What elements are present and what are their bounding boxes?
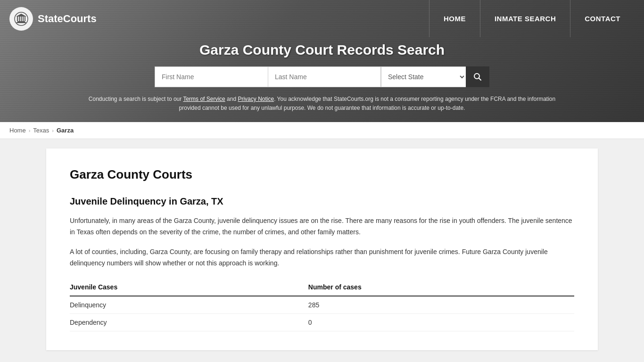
case-type-cell: Delinquency: [70, 296, 308, 314]
nav-contact[interactable]: CONTACT: [570, 0, 635, 37]
search-icon: [473, 73, 482, 81]
svg-marker-8: [16, 14, 26, 16]
disclaimer-before: Conducting a search is subject to our: [89, 96, 183, 102]
hero-section: Garza County Court Records Search Select…: [0, 37, 644, 122]
breadcrumb: Home › Texas › Garza: [0, 122, 644, 139]
section-title: Juvenile Delinquency in Garza, TX: [70, 196, 574, 207]
nav-home[interactable]: HOME: [429, 0, 480, 37]
page-title: Garza County Courts: [70, 167, 574, 182]
logo-link[interactable]: StateCourts: [9, 7, 97, 31]
nav-links: HOME INMATE SEARCH CONTACT: [429, 0, 635, 37]
paragraph-2: A lot of counties, including, Garza Coun…: [70, 247, 574, 269]
first-name-input[interactable]: [155, 66, 268, 87]
paragraph-1: Unfortunately, in many areas of the Garz…: [70, 215, 574, 238]
breadcrumb-county: Garza: [57, 127, 74, 134]
last-name-input[interactable]: [268, 66, 381, 87]
svg-rect-6: [23, 16, 24, 21]
logo-text: StateCourts: [38, 13, 97, 25]
terms-link[interactable]: Terms of Service: [183, 96, 225, 102]
table-row: Delinquency285: [70, 296, 574, 314]
col-header-count: Number of cases: [308, 279, 574, 296]
search-bar: Select State Alabama Alaska Arizona Arka…: [9, 66, 635, 87]
case-count-cell: 285: [308, 296, 574, 314]
privacy-link[interactable]: Privacy Notice: [238, 96, 274, 102]
navbar: StateCourts HOME INMATE SEARCH CONTACT: [0, 0, 644, 37]
svg-rect-5: [21, 16, 22, 21]
table-header-row: Juvenile Cases Number of cases: [70, 279, 574, 296]
hero-title: Garza County Court Records Search: [9, 42, 635, 58]
logo-icon: [9, 7, 33, 31]
col-header-cases: Juvenile Cases: [70, 279, 308, 296]
case-type-cell: Dependency: [70, 313, 308, 331]
svg-rect-4: [19, 16, 20, 21]
svg-rect-2: [17, 21, 25, 22]
disclaimer: Conducting a search is subject to our Te…: [86, 95, 558, 113]
svg-rect-1: [17, 22, 26, 23]
svg-rect-7: [25, 16, 25, 21]
svg-rect-3: [17, 16, 18, 21]
juvenile-cases-table: Juvenile Cases Number of cases Delinquen…: [70, 279, 574, 331]
search-button[interactable]: [466, 66, 489, 87]
breadcrumb-sep-2: ›: [52, 128, 54, 133]
breadcrumb-sep-1: ›: [29, 128, 31, 133]
table-row: Dependency0: [70, 313, 574, 331]
svg-line-10: [479, 78, 481, 81]
case-count-cell: 0: [308, 313, 574, 331]
nav-inmate-search[interactable]: INMATE SEARCH: [480, 0, 570, 37]
breadcrumb-state[interactable]: Texas: [33, 127, 49, 134]
main-content: Garza County Courts Juvenile Delinquency…: [46, 148, 598, 350]
site-header: StateCourts HOME INMATE SEARCH CONTACT G…: [0, 0, 644, 122]
state-select[interactable]: Select State Alabama Alaska Arizona Arka…: [381, 66, 466, 87]
disclaimer-middle: and: [225, 96, 238, 102]
breadcrumb-home[interactable]: Home: [9, 127, 26, 134]
